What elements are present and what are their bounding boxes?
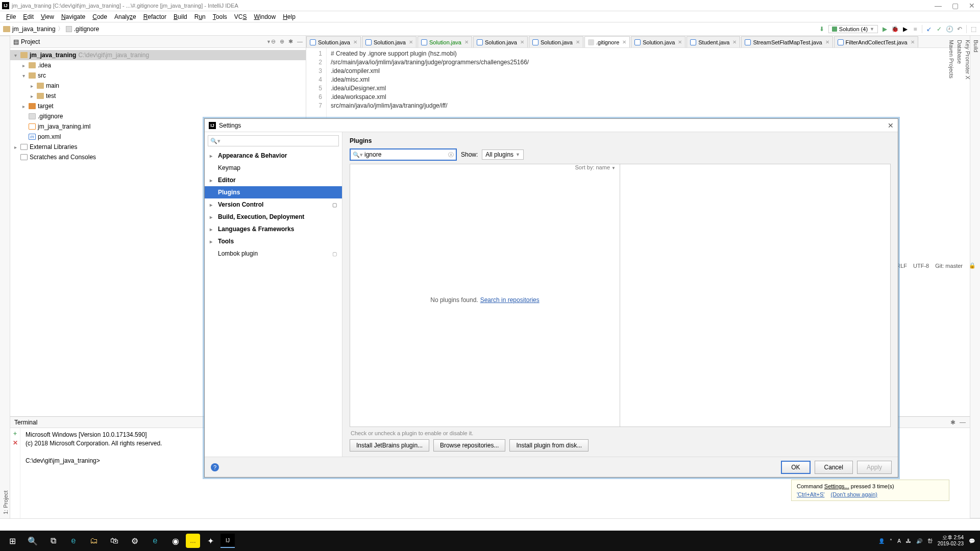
editor-tab[interactable]: Solution.java✕ [306, 36, 361, 47]
close-tab-icon[interactable]: ✕ [622, 39, 626, 45]
scroll-to-source-icon[interactable]: ⊕ [280, 38, 284, 45]
gear-icon[interactable]: ✱ [288, 38, 293, 45]
settings-search-input[interactable]: 🔍▾ [208, 135, 339, 146]
tray-notifications-icon[interactable]: 💬 [969, 538, 975, 544]
slack-icon[interactable]: ✦ [200, 531, 220, 551]
close-tab-icon[interactable]: ✕ [353, 39, 357, 45]
menu-build[interactable]: Build [170, 12, 190, 21]
menu-tools[interactable]: Tools [210, 12, 230, 21]
tool-tab-project[interactable]: 1: Project [2, 36, 10, 518]
notify-shortcut-link[interactable]: 'Ctrl+Alt+S' [797, 491, 824, 497]
tray-clock[interactable]: 오후 2:54 2019-02-23 [938, 535, 964, 547]
terminal-output[interactable]: Microsoft Windows [Version 10.0.17134.59… [20, 428, 167, 518]
menu-view[interactable]: View [38, 12, 57, 21]
editor-tab[interactable]: Student.java✕ [687, 36, 740, 47]
chrome-icon[interactable]: ◉ [165, 531, 186, 551]
tray-up-icon[interactable]: ˄ [890, 538, 892, 544]
intellij-icon[interactable]: IJ [220, 534, 235, 548]
sort-by-label[interactable]: Sort by: name ▼ [350, 164, 620, 173]
start-button[interactable]: ⊞ [2, 531, 22, 551]
settings-item-lombok[interactable]: Lombok plugin▢ [205, 247, 342, 260]
menu-code[interactable]: Code [89, 12, 110, 21]
store-icon[interactable]: 🛍 [104, 531, 125, 551]
cancel-button[interactable]: Cancel [815, 461, 853, 474]
edge-icon[interactable]: e [63, 531, 84, 551]
show-filter-dropdown[interactable]: All plugins ▼ [482, 149, 524, 160]
settings-item-appearance[interactable]: ▸Appearance & Behavior [205, 149, 342, 162]
tree-root[interactable]: ▾ jm_java_traning C:\dev\git\jm_java_tra… [10, 50, 306, 60]
settings-item-lang[interactable]: ▸Languages & Frameworks [205, 223, 342, 235]
editor-tab[interactable]: Solution.java✕ [529, 36, 583, 47]
settings-item-tools[interactable]: ▸Tools [205, 235, 342, 247]
notify-dismiss-link[interactable]: (Don't show again) [831, 491, 877, 497]
search-button[interactable]: 🔍 [22, 531, 43, 551]
browse-repositories-button[interactable]: Browse repositories... [433, 439, 505, 452]
menu-navigate[interactable]: Navigate [58, 12, 88, 21]
close-tab-icon[interactable]: ✕ [520, 39, 524, 45]
menu-window[interactable]: Window [251, 12, 279, 21]
breadcrumb-file[interactable]: .gitignore [74, 26, 99, 33]
tree-src[interactable]: ▾src [10, 70, 306, 81]
apply-button[interactable]: Apply [857, 461, 892, 474]
close-tab-icon[interactable]: ✕ [409, 39, 413, 45]
breadcrumb-project[interactable]: jm_java_traning [12, 26, 56, 33]
editor-tab[interactable]: Solution.java✕ [362, 36, 416, 47]
close-tab-icon[interactable]: ✕ [732, 39, 737, 45]
close-tab-icon[interactable]: ✕ [825, 39, 829, 45]
menu-file[interactable]: File [3, 12, 19, 21]
editor-tab[interactable]: Solution.java✕ [473, 36, 528, 47]
menu-refactor[interactable]: Refactor [140, 12, 169, 21]
chevron-down-icon[interactable]: ▼ [266, 39, 271, 44]
editor-tab[interactable]: Solution.java✕ [418, 36, 472, 47]
install-from-disk-button[interactable]: Install plugin from disk... [509, 439, 589, 452]
project-pane-title[interactable]: Project [21, 38, 264, 45]
tree-idea[interactable]: ▸.idea [10, 60, 306, 70]
tree-target[interactable]: ▸target [10, 101, 306, 111]
help-icon[interactable]: ? [211, 463, 219, 471]
menu-help[interactable]: Help [280, 12, 299, 21]
tree-main[interactable]: ▸main [10, 81, 306, 91]
terminal-close-icon[interactable]: ✕ [13, 439, 18, 446]
task-view-button[interactable]: ⧉ [43, 531, 63, 551]
settings-icon[interactable]: ⚙ [125, 531, 145, 551]
settings-item-keymap[interactable]: Keymap [205, 162, 342, 174]
ok-button[interactable]: OK [781, 461, 810, 474]
status-encoding[interactable]: UTF-8 [913, 263, 929, 269]
tray-lang-icon[interactable]: 한 [927, 537, 933, 544]
collapse-all-icon[interactable]: ⊖ [271, 38, 276, 45]
dialog-close-button[interactable]: ✕ [888, 121, 894, 130]
menu-analyze[interactable]: Analyze [111, 12, 139, 21]
tree-test[interactable]: ▸test [10, 91, 306, 101]
run-config-dropdown[interactable]: Solution (4) ▼ [828, 25, 878, 33]
kakao-icon[interactable]: … [186, 534, 200, 548]
editor-tab[interactable]: Solution.java✕ [631, 36, 685, 47]
settings-item-editor[interactable]: ▸Editor [205, 174, 342, 186]
terminal-new-icon[interactable]: + [13, 430, 17, 437]
status-lock-icon[interactable]: 🔒 [969, 262, 976, 269]
tool-tab-structure[interactable]: 7: Structure [0, 36, 2, 518]
settings-item-plugins[interactable]: Plugins [205, 186, 342, 198]
tray-network-icon[interactable]: 🖧 [906, 538, 911, 544]
search-repositories-link[interactable]: Search in repositories [480, 296, 540, 304]
build-icon[interactable]: ⬇ [818, 26, 825, 33]
install-jetbrains-button[interactable]: Install JetBrains plugin... [350, 439, 429, 452]
plugin-search-input[interactable]: 🔍▾ ⓧ [350, 148, 457, 161]
close-tab-icon[interactable]: ✕ [678, 39, 682, 45]
settings-item-vc[interactable]: ▸Version Control▢ [205, 198, 342, 211]
tray-people-icon[interactable]: 👤 [878, 538, 885, 544]
hide-icon[interactable]: — [297, 38, 303, 45]
plugin-search-field[interactable] [364, 151, 448, 158]
menu-vcs[interactable]: VCS [231, 12, 250, 21]
editor-tab[interactable]: StreamSetFlatMapTest.java✕ [741, 36, 832, 47]
settings-item-build[interactable]: ▸Build, Execution, Deployment [205, 211, 342, 223]
close-tab-icon[interactable]: ✕ [576, 39, 580, 45]
status-git[interactable]: Git: master [935, 263, 963, 269]
explorer-icon[interactable]: 🗂 [84, 531, 104, 551]
tray-volume-icon[interactable]: 🔊 [916, 538, 922, 544]
menu-run[interactable]: Run [191, 12, 209, 21]
ie-icon[interactable]: e [145, 531, 165, 551]
menu-edit[interactable]: Edit [20, 12, 37, 21]
tray-ime-icon[interactable]: A [897, 538, 901, 544]
clear-icon[interactable]: ⓧ [448, 151, 454, 159]
editor-tab[interactable]: .gitignore✕ [584, 36, 630, 47]
